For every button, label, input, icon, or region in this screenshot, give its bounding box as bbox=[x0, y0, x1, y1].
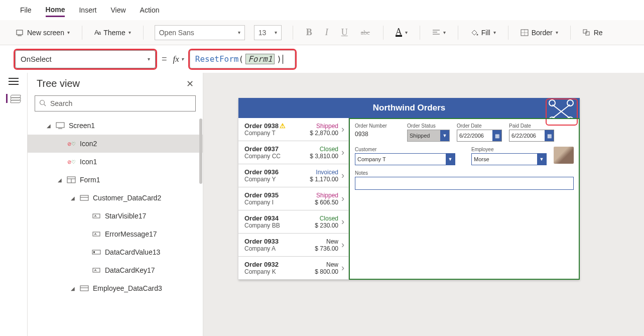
new-screen-button[interactable]: New screen ▾ bbox=[15, 27, 71, 39]
search-input[interactable]: Search bbox=[35, 95, 196, 111]
tree-item-datacardkey17[interactable]: DataCardKey17 bbox=[28, 261, 203, 279]
underline-button[interactable]: U bbox=[339, 26, 350, 39]
tree-list: ◢Screen1⊘♡Icon2⊘♡Icon1◢Form1◢Customer_Da… bbox=[28, 117, 203, 336]
fill-label: Fill bbox=[481, 29, 490, 37]
font-select[interactable]: Open Sans ▾ bbox=[155, 25, 245, 40]
order-company: Company A bbox=[244, 245, 303, 252]
field-notes: Notes bbox=[355, 170, 574, 190]
fx-button[interactable]: fx ▾ bbox=[173, 54, 184, 64]
order-status: Shipped bbox=[303, 123, 338, 130]
order-row[interactable]: Order 0935Company IShipped$ 606.50› bbox=[238, 187, 348, 210]
field-order-date: Order Date 6/22/2006 ▦ bbox=[457, 123, 502, 142]
warning-icon: ⚠ bbox=[280, 122, 286, 130]
order-row[interactable]: Order 0932Company KNew$ 800.00› bbox=[238, 257, 348, 280]
calendar-icon: ▦ bbox=[545, 130, 554, 141]
tree-item-screen1[interactable]: ◢Screen1 bbox=[28, 117, 203, 135]
reorder-icon bbox=[583, 29, 591, 36]
tree-item-label: Customer_DataCard2 bbox=[93, 194, 161, 202]
tree-item-label: Icon1 bbox=[80, 158, 97, 166]
select-employee[interactable]: Morse ▼ bbox=[471, 153, 547, 165]
field-paid-date: Paid Date 6/22/2006 ▦ bbox=[509, 123, 554, 142]
label-paid-date: Paid Date bbox=[509, 123, 554, 129]
tree-item-starvisible17[interactable]: StarVisible17 bbox=[28, 207, 203, 225]
app-body: Order 0938⚠Company TShipped$ 2,870.00›Or… bbox=[238, 118, 580, 280]
tree-item-icon2[interactable]: ⊘♡Icon2 bbox=[28, 135, 203, 153]
order-number: Order 0938⚠ bbox=[244, 122, 303, 130]
select-customer[interactable]: Company T ▼ bbox=[355, 153, 455, 165]
value-employee: Morse bbox=[474, 156, 489, 162]
chevron-right-icon: › bbox=[338, 193, 345, 204]
tree-item-customer_datacard2[interactable]: ◢Customer_DataCard2 bbox=[28, 189, 203, 207]
hamburger-icon[interactable] bbox=[9, 78, 19, 85]
field-customer: Customer Company T ▼ bbox=[355, 147, 455, 165]
tree-item-icon1[interactable]: ⊘♡Icon1 bbox=[28, 153, 203, 171]
property-selector[interactable]: OnSelect ▾ bbox=[15, 50, 156, 68]
bold-button[interactable]: B bbox=[304, 26, 314, 39]
font-size-select[interactable]: 13 ▾ bbox=[254, 25, 282, 40]
order-row[interactable]: Order 0938⚠Company TShipped$ 2,870.00› bbox=[238, 118, 348, 141]
fill-button[interactable]: Fill ▾ bbox=[469, 27, 497, 39]
icon-icon: ⊘♡ bbox=[67, 158, 76, 165]
tree-view-panel: Tree view ✕ Search ◢Screen1⊘♡Icon2⊘♡Icon… bbox=[28, 73, 203, 336]
align-button[interactable]: ▾ bbox=[431, 27, 447, 38]
reorder-label: Re bbox=[594, 29, 603, 37]
tree-item-employee_datacard3[interactable]: ◢Employee_DataCard3 bbox=[28, 279, 203, 297]
date-paid-date[interactable]: 6/22/2006 ▦ bbox=[509, 130, 554, 142]
select-order-status[interactable]: Shipped ▼ bbox=[407, 130, 450, 142]
separator bbox=[293, 26, 293, 40]
tree-item-errormessage17[interactable]: ErrorMessage17 bbox=[28, 225, 203, 243]
tree-view-icon[interactable] bbox=[6, 94, 17, 103]
reorder-button[interactable]: Re bbox=[582, 27, 604, 39]
left-rail bbox=[0, 73, 28, 336]
italic-button[interactable]: I bbox=[323, 26, 330, 39]
chevron-down-icon: ▾ bbox=[238, 30, 240, 35]
order-row[interactable]: Order 0934Company BBClosed$ 230.00› bbox=[238, 210, 348, 234]
svg-rect-21 bbox=[93, 232, 100, 236]
order-number: Order 0934 bbox=[244, 214, 303, 222]
date-order-date[interactable]: 6/22/2006 ▦ bbox=[457, 130, 502, 142]
order-amount: $ 1,170.00 bbox=[303, 176, 338, 183]
menu-home[interactable]: Home bbox=[46, 4, 65, 17]
separator bbox=[143, 26, 144, 40]
separator bbox=[82, 26, 82, 40]
tree-item-datacardvalue13[interactable]: DataCardValue13 bbox=[28, 243, 203, 261]
order-company: Company T bbox=[244, 130, 303, 137]
chevron-down-icon: ▼ bbox=[446, 154, 455, 165]
menu-bar: File Home Insert View Action bbox=[0, 0, 644, 20]
value-order-number: 0938 bbox=[355, 130, 400, 142]
menu-action[interactable]: Action bbox=[140, 4, 160, 16]
scrollbar-thumb[interactable] bbox=[199, 119, 202, 184]
border-button[interactable]: Border ▾ bbox=[520, 27, 559, 39]
notes-input[interactable] bbox=[355, 177, 574, 190]
strikethrough-button[interactable]: abc bbox=[359, 28, 372, 38]
caret-icon: ◢ bbox=[58, 177, 63, 183]
align-icon bbox=[432, 29, 440, 36]
theme-button[interactable]: Aa Theme ▾ bbox=[93, 27, 132, 39]
caret-icon: ◢ bbox=[47, 123, 52, 129]
formula-function-name: ResetForm bbox=[195, 54, 239, 64]
order-row[interactable]: Order 0933Company ANew$ 736.00› bbox=[238, 234, 348, 257]
tree-item-form1[interactable]: ◢Form1 bbox=[28, 171, 203, 189]
paren-open: ( bbox=[239, 54, 244, 64]
menu-insert[interactable]: Insert bbox=[79, 4, 96, 16]
field-employee: Employee Morse ▼ bbox=[471, 147, 547, 165]
close-icon[interactable]: ✕ bbox=[186, 78, 194, 89]
order-amount: $ 606.50 bbox=[303, 199, 338, 206]
order-status: Closed bbox=[303, 146, 338, 153]
tree-item-label: DataCardKey17 bbox=[105, 266, 155, 274]
search-icon bbox=[39, 99, 46, 108]
text-cursor bbox=[283, 55, 283, 64]
chevron-down-icon: ▾ bbox=[405, 30, 408, 35]
formula-input[interactable]: ResetForm( Form1 ) bbox=[190, 50, 295, 68]
order-status: New bbox=[303, 238, 338, 245]
svg-point-5 bbox=[476, 34, 478, 35]
theme-label: Theme bbox=[103, 29, 125, 37]
order-amount: $ 2,870.00 bbox=[303, 130, 338, 137]
app-preview: Northwind Orders Order 0938⚠Company TShi… bbox=[238, 98, 580, 280]
order-row[interactable]: Order 0937Company CCClosed$ 3,810.00› bbox=[238, 141, 348, 164]
menu-view[interactable]: View bbox=[110, 4, 125, 16]
font-color-icon: A bbox=[396, 28, 402, 37]
font-color-button[interactable]: A ▾ bbox=[395, 26, 409, 39]
order-row[interactable]: Order 0936Company YInvoiced$ 1,170.00› bbox=[238, 164, 348, 187]
menu-file[interactable]: File bbox=[20, 4, 32, 16]
